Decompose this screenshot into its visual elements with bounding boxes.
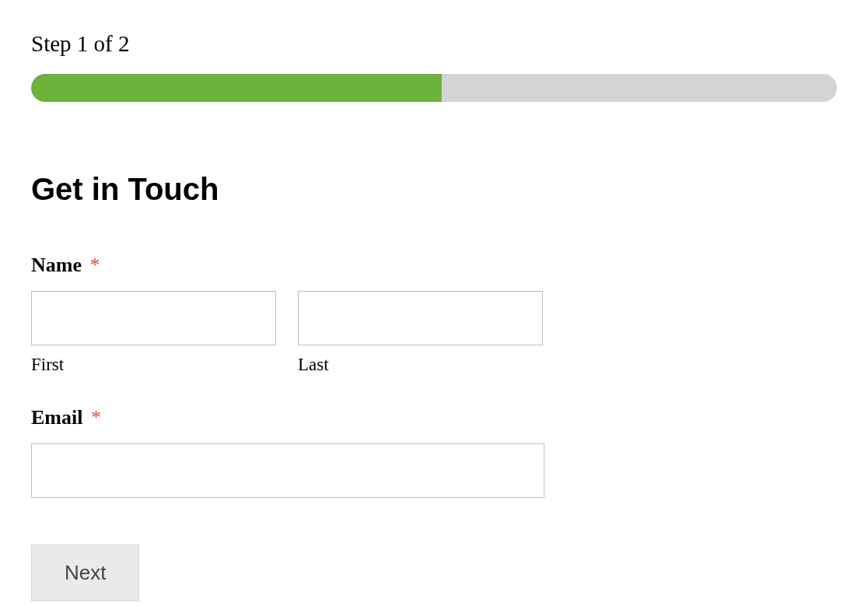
first-name-subfield: First [31,291,276,375]
name-label-text: Name [31,254,82,276]
first-name-input[interactable] [31,291,276,345]
name-label: Name * [31,254,837,277]
email-label-text: Email [31,406,82,429]
last-name-subfield: Last [298,291,543,375]
required-asterisk: * [91,406,101,429]
form-heading: Get in Touch [31,172,837,207]
progress-bar-fill [31,74,442,102]
name-row: First Last [31,291,837,375]
email-label: Email * [31,406,837,429]
required-asterisk: * [89,254,100,276]
last-name-input[interactable] [298,291,543,345]
progress-bar [31,74,837,102]
last-name-sublabel: Last [298,355,543,375]
name-field-group: Name * First Last [31,254,837,375]
email-input[interactable] [31,443,544,498]
first-name-sublabel: First [31,355,276,375]
step-indicator: Step 1 of 2 [31,31,837,57]
email-field-group: Email * [31,406,837,498]
next-button[interactable]: Next [31,545,139,601]
